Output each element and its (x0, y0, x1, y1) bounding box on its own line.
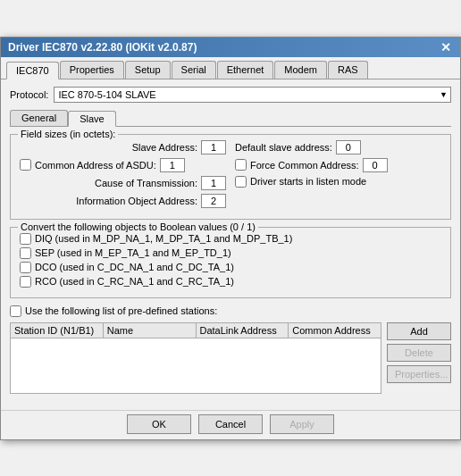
bool-item-rco: RCO (used in C_RC_NA_1 and C_RC_TA_1) (20, 276, 441, 288)
main-content: Protocol: IEC 870-5-104 SLAVE ▼ General … (1, 79, 460, 410)
tab-ethernet[interactable]: Ethernet (217, 61, 274, 79)
table-area: Station ID (N1/B1) Name DataLink Address… (10, 322, 451, 394)
delete-button[interactable]: Delete (387, 344, 451, 362)
bool-group-title: Convert the following objects to Boolean… (18, 221, 258, 232)
force-common-address-input[interactable] (363, 158, 388, 172)
info-object-input[interactable] (201, 194, 226, 208)
force-common-address-label: Force Common Address: (250, 160, 359, 171)
col-name: Name (104, 323, 197, 338)
right-side-fields: Default slave address: Force Common Addr… (235, 140, 441, 188)
dco-checkbox[interactable] (20, 262, 31, 273)
cancel-button[interactable]: Cancel (198, 414, 263, 434)
listen-mode-row: Driver starts in listen mode (235, 176, 441, 188)
tab-properties[interactable]: Properties (60, 61, 124, 79)
diq-checkbox[interactable] (20, 233, 31, 245)
cause-transmission-label: Cause of Transmission: (95, 178, 197, 188)
common-address-input[interactable] (160, 158, 185, 172)
protocol-select[interactable]: IEC 870-5-104 SLAVE (54, 87, 451, 103)
tab-ras[interactable]: RAS (328, 61, 368, 79)
title-bar: Driver IEC870 v2.22.80 (IOKit v2.0.87) ✕ (1, 38, 460, 57)
default-slave-address-row: Default slave address: (235, 140, 441, 154)
tab-slave[interactable]: Slave (68, 111, 116, 127)
right-fields: Default slave address: Force Common Addr… (235, 140, 441, 212)
apply-button[interactable]: Apply (270, 414, 334, 434)
field-sizes-title: Field sizes (in octets): (18, 129, 118, 139)
bool-item-sep: SEP (used in M_EP_TA_1 and M_EP_TD_1) (20, 247, 441, 259)
field-sizes-layout: Slave Address: Common Address of ASDU: C… (20, 140, 441, 212)
listen-mode-checkbox[interactable] (235, 176, 247, 188)
force-common-address-row: Force Common Address: (235, 158, 441, 172)
bool-item-diq: DIQ (used in M_DP_NA_1, M_DP_TA_1 and M_… (20, 233, 441, 245)
table-header: Station ID (N1/B1) Name DataLink Address… (11, 323, 381, 338)
predefined-row: Use the following list of pre-defined st… (10, 305, 451, 317)
tab-setup[interactable]: Setup (125, 61, 171, 79)
rco-checkbox[interactable] (20, 276, 31, 288)
default-slave-address-input[interactable] (336, 140, 361, 154)
table-body (11, 338, 381, 392)
col-datalink-address: DataLink Address (197, 323, 289, 338)
col-station-id: Station ID (N1/B1) (11, 323, 104, 338)
cause-transmission-input[interactable] (201, 176, 226, 190)
rco-label: RCO (used in C_RC_NA_1 and C_RC_TA_1) (35, 276, 234, 287)
inner-tabs: General Slave (10, 110, 451, 127)
main-window: Driver IEC870 v2.22.80 (IOKit v2.0.87) ✕… (0, 37, 461, 440)
close-button[interactable]: ✕ (439, 41, 453, 54)
col-common-address: Common Address (289, 323, 381, 338)
tab-general[interactable]: General (10, 110, 68, 126)
bottom-buttons: OK Cancel Apply (1, 410, 460, 439)
slave-address-label: Slave Address: (132, 142, 197, 153)
common-address-row: Common Address of ASDU: (20, 158, 226, 172)
field-sizes-group: Field sizes (in octets): Slave Address: … (10, 134, 451, 220)
stations-table: Station ID (N1/B1) Name DataLink Address… (10, 322, 381, 394)
default-slave-address-label: Default slave address: (235, 142, 332, 153)
info-object-row: Information Object Address: (20, 194, 226, 208)
dco-label: DCO (used in C_DC_NA_1 and C_DC_TA_1) (35, 262, 234, 272)
predefined-label: Use the following list of pre-defined st… (25, 305, 217, 316)
diq-label: DIQ (used in M_DP_NA_1, M_DP_TA_1 and M_… (35, 233, 292, 244)
side-buttons: Add Delete Properties... (387, 322, 451, 394)
protocol-select-wrapper: IEC 870-5-104 SLAVE ▼ (54, 87, 451, 103)
add-button[interactable]: Add (387, 322, 451, 340)
tab-iec870[interactable]: IEC870 (6, 62, 59, 79)
force-common-address-checkbox[interactable] (235, 159, 247, 171)
left-fields: Slave Address: Common Address of ASDU: C… (20, 140, 226, 212)
sep-checkbox[interactable] (20, 247, 31, 259)
bool-item-dco: DCO (used in C_DC_NA_1 and C_DC_TA_1) (20, 262, 441, 273)
main-tabs: IEC870 Properties Setup Serial Ethernet … (1, 57, 460, 79)
protocol-row: Protocol: IEC 870-5-104 SLAVE ▼ (10, 87, 451, 103)
slave-address-row: Slave Address: (20, 140, 226, 154)
properties-button[interactable]: Properties... (387, 365, 451, 383)
common-address-checkbox[interactable] (20, 159, 31, 171)
common-address-label: Common Address of ASDU: (35, 160, 156, 171)
tab-serial[interactable]: Serial (172, 61, 216, 79)
slave-address-input[interactable] (201, 140, 226, 154)
bool-group: Convert the following objects to Boolean… (10, 227, 451, 298)
protocol-label: Protocol: (10, 89, 48, 100)
sep-label: SEP (used in M_EP_TA_1 and M_EP_TD_1) (35, 247, 231, 258)
window-title: Driver IEC870 v2.22.80 (IOKit v2.0.87) (8, 41, 197, 54)
predefined-checkbox[interactable] (10, 305, 21, 317)
info-object-label: Information Object Address: (76, 196, 197, 206)
tab-modem[interactable]: Modem (274, 61, 327, 79)
listen-mode-label: Driver starts in listen mode (250, 176, 366, 187)
ok-button[interactable]: OK (127, 414, 191, 434)
cause-transmission-row: Cause of Transmission: (20, 176, 226, 190)
